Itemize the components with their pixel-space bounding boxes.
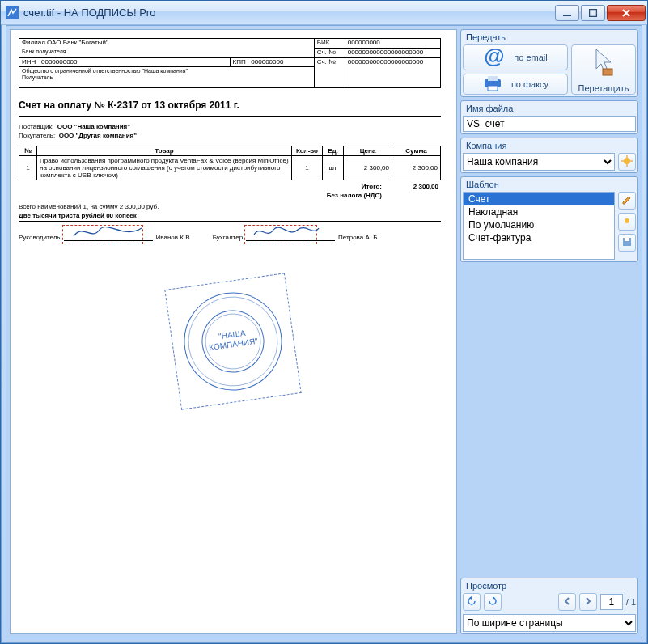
cursor-icon — [591, 46, 616, 78]
chevron-left-icon — [563, 596, 571, 608]
acct-label: Сч. № — [314, 48, 345, 57]
template-group-title: Шаблон — [463, 179, 636, 192]
svg-point-19 — [625, 218, 629, 223]
at-icon: @ — [483, 45, 506, 70]
company-group: Компания Наша компания — [460, 138, 638, 173]
accountant-label: Бухгалтер — [213, 234, 243, 241]
floppy-icon — [622, 237, 632, 249]
accountant-sign-line — [246, 230, 335, 241]
template-save-button[interactable] — [618, 234, 636, 252]
invoice-title: Счет на оплату № К-2317 от 13 октября 20… — [19, 100, 441, 111]
bik-value: 000000000 — [345, 39, 440, 49]
total-label: Итого: — [19, 182, 384, 191]
app-icon — [6, 6, 19, 19]
send-group: Передать @ по email по факсу — [460, 29, 638, 97]
window-buttons — [555, 5, 646, 21]
svg-rect-13 — [603, 69, 612, 75]
printer-icon — [482, 74, 503, 94]
rotate-cw-icon — [487, 595, 498, 609]
template-item[interactable]: Счет-фактура — [464, 231, 614, 244]
template-group: Шаблон Счет Накладная По умолчанию Счет-… — [460, 176, 638, 262]
inn-value: 0000000000 — [41, 58, 78, 66]
rotate-ccw-icon — [466, 595, 477, 609]
fax-button[interactable]: по факсу — [463, 74, 568, 95]
side-panel: Передать @ по email по факсу — [460, 29, 638, 634]
company-group-title: Компания — [463, 140, 636, 153]
acct2-value: 000000000000000000000 — [345, 57, 440, 88]
kpp-label: КПП — [233, 58, 246, 66]
email-button[interactable]: @ по email — [463, 44, 568, 70]
template-edit-button[interactable] — [618, 192, 636, 210]
accountant-name: Петрова А. Б. — [338, 234, 379, 241]
company-settings-button[interactable] — [618, 153, 636, 171]
director-sign-line — [64, 230, 153, 241]
svg-rect-21 — [625, 238, 629, 241]
chevron-right-icon — [584, 596, 592, 608]
close-button[interactable] — [607, 5, 646, 21]
svg-text:@: @ — [485, 45, 505, 68]
pencil-icon — [622, 195, 632, 207]
invoice-document: Филиал ОАО Банк "Богатый" БИК 000000000 … — [19, 38, 441, 241]
buyer-row: Покупатель: ООО "Другая компания" — [19, 132, 441, 139]
titlebar: счет.tif - НА ПОДПИСЬ! Pro — [1, 1, 647, 25]
acct2-label: Сч. № — [314, 57, 345, 88]
preview-group-title: Просмотр — [463, 580, 636, 593]
svg-point-14 — [624, 158, 630, 164]
total-value: 2 300,00 — [384, 182, 441, 191]
filename-group: Имя файла — [460, 100, 638, 134]
kpp-value: 000000000 — [251, 58, 283, 66]
table-row: 1 Право использования программного проду… — [19, 156, 441, 180]
recipient-label: Получатель — [22, 74, 53, 80]
org-name: Общество с ограниченной ответственностью… — [22, 68, 188, 74]
filename-group-title: Имя файла — [463, 103, 636, 116]
signatures-row: Руководитель Иванов К.В. Бухгалтер Петро… — [19, 230, 441, 241]
bank-recipient-label: Банк получателя — [22, 49, 66, 54]
prev-page-button[interactable] — [558, 593, 576, 611]
drag-button[interactable]: Перетащить — [571, 44, 636, 95]
send-group-title: Передать — [463, 32, 636, 44]
sum-line: Всего наименований 1, на сумму 2 300,00 … — [19, 203, 441, 210]
template-new-button[interactable] — [618, 213, 636, 231]
next-page-button[interactable] — [579, 593, 597, 611]
director-signature — [67, 222, 148, 243]
sum-words: Две тысячи триста рублей 00 копеек — [19, 212, 441, 222]
director-label: Руководитель — [19, 234, 61, 241]
svg-rect-0 — [6, 6, 19, 19]
zoom-select[interactable]: По ширине страницы — [463, 614, 636, 632]
svg-rect-1 — [563, 15, 571, 16]
preview-group: Просмотр / 1 По ширине страницы — [460, 578, 638, 634]
rotate-right-button[interactable] — [484, 593, 502, 611]
template-list[interactable]: Счет Накладная По умолчанию Счет-фактура — [463, 192, 615, 260]
vat-label: Без налога (НДС) — [19, 191, 384, 200]
template-item[interactable]: Накладная — [464, 205, 614, 218]
template-item[interactable]: Счет — [464, 193, 614, 205]
svg-rect-2 — [590, 9, 597, 16]
rotate-left-button[interactable] — [463, 593, 481, 611]
template-item[interactable]: По умолчанию — [464, 218, 614, 231]
company-select[interactable]: Наша компания — [463, 153, 615, 171]
supplier-row: Поставщик: ООО "Наша компания" — [19, 123, 441, 130]
svg-rect-12 — [488, 86, 498, 91]
sun-icon — [622, 216, 632, 228]
inn-label: ИНН — [22, 58, 36, 66]
acct1-value: 000000000000000000000 — [345, 48, 440, 57]
bik-label: БИК — [314, 39, 345, 49]
accountant-signature — [249, 222, 322, 243]
app-window: счет.tif - НА ПОДПИСЬ! Pro Филиал ОАО Ба… — [0, 0, 648, 644]
bank-details-table: Филиал ОАО Банк "Богатый" БИК 000000000 … — [19, 38, 441, 88]
window-title: счет.tif - НА ПОДПИСЬ! Pro — [23, 6, 555, 19]
company-stamp: "НАША КОМПАНИЯ" — [174, 282, 293, 401]
page-number-input[interactable] — [600, 594, 623, 610]
client-area: Филиал ОАО Банк "Богатый" БИК 000000000 … — [6, 25, 642, 638]
maximize-button[interactable] — [581, 5, 605, 21]
minimize-button[interactable] — [555, 5, 579, 21]
items-table: № Товар Кол-во Ед. Цена Сумма 1 Право ис… — [19, 146, 441, 180]
bank-branch: Филиал ОАО Банк "Богатый" — [22, 39, 108, 46]
gear-sun-icon — [621, 155, 633, 169]
director-name: Иванов К.В. — [156, 234, 192, 241]
page-total: / 1 — [626, 597, 636, 607]
filename-input[interactable] — [463, 116, 636, 132]
svg-rect-11 — [488, 76, 498, 81]
document-preview[interactable]: Филиал ОАО Банк "Богатый" БИК 000000000 … — [10, 29, 457, 634]
